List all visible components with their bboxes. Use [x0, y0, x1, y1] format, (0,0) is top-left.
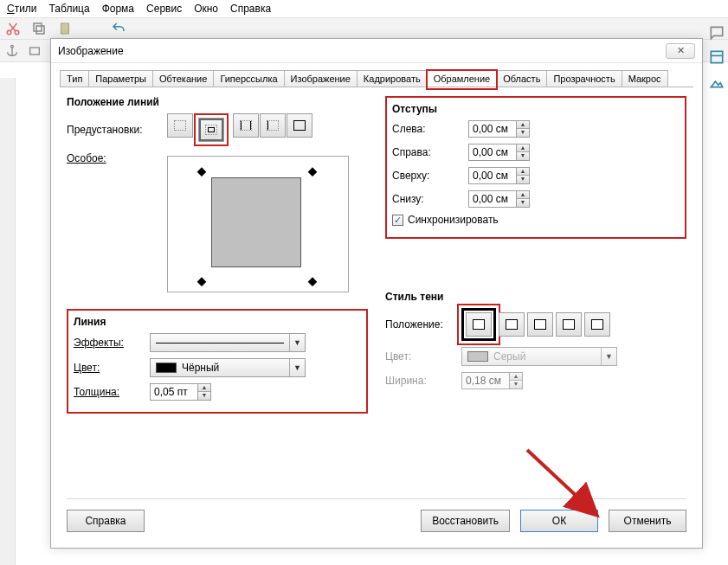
- color-label: Цвет:: [74, 362, 143, 374]
- gallery-icon[interactable]: [708, 73, 725, 90]
- checkbox-icon: ✓: [392, 215, 403, 226]
- menu-bar: Стили Таблица Форма Сервис Окно Справка: [0, 0, 728, 17]
- menu-styles[interactable]: Стили: [7, 3, 37, 15]
- shadow-br[interactable]: [499, 312, 525, 337]
- close-button[interactable]: ✕: [666, 43, 695, 59]
- shadow-bl[interactable]: [556, 312, 582, 337]
- shadow-width-input: [461, 372, 510, 389]
- svg-point-5: [11, 45, 14, 48]
- pad-top-field[interactable]: ▲▼: [468, 167, 530, 184]
- spin-down-icon[interactable]: ▼: [517, 129, 529, 137]
- tab-macro[interactable]: Макрос: [622, 70, 668, 87]
- reset-button[interactable]: Восстановить: [421, 510, 510, 532]
- line-width-field[interactable]: ▲▼: [150, 383, 211, 401]
- corner-handle-icon[interactable]: ◆: [308, 274, 317, 287]
- corner-handle-icon[interactable]: ◆: [308, 164, 317, 177]
- linepos-title: Положение линий: [67, 96, 368, 108]
- tab-wrap[interactable]: Обтекание: [152, 70, 214, 87]
- cut-icon[interactable]: [5, 21, 21, 36]
- properties-icon[interactable]: [708, 48, 725, 66]
- corner-handle-icon[interactable]: ◆: [197, 164, 206, 177]
- copy-icon[interactable]: [31, 21, 47, 36]
- line-color-select[interactable]: Чёрный ▼: [150, 358, 306, 377]
- spin-up-icon[interactable]: ▲: [517, 191, 529, 199]
- main-toolbar: [0, 17, 728, 40]
- image-flip-icon[interactable]: [28, 44, 42, 58]
- annotation-highlight: [194, 113, 229, 146]
- effects-label: Эффекты:: [74, 337, 143, 349]
- pad-left-field[interactable]: ▲▼: [468, 120, 530, 138]
- width-label: Толщина:: [74, 386, 143, 398]
- pad-right-input[interactable]: [468, 144, 517, 161]
- spin-up-icon[interactable]: ▲: [517, 121, 529, 129]
- pad-top-label: Сверху:: [392, 170, 461, 182]
- sync-checkbox[interactable]: ✓ Синхронизировать: [392, 214, 499, 226]
- spin-up-icon: ▲: [510, 373, 522, 381]
- preset-leftright[interactable]: [233, 113, 259, 138]
- dialog-button-bar: Справка Восстановить ОК Отменить: [67, 498, 686, 532]
- preset-left[interactable]: [260, 113, 286, 138]
- ok-button[interactable]: ОК: [520, 510, 598, 532]
- comment-icon[interactable]: [708, 24, 725, 42]
- shadow-tr[interactable]: [527, 312, 553, 337]
- tab-type[interactable]: Тип: [60, 70, 89, 87]
- tab-crop[interactable]: Кадрировать: [357, 70, 428, 87]
- preset-none[interactable]: [167, 113, 193, 138]
- pad-bottom-input[interactable]: [468, 190, 517, 208]
- shadow-presets: [461, 308, 610, 341]
- preset-box[interactable]: [198, 118, 224, 142]
- pad-left-input[interactable]: [468, 120, 517, 138]
- spin-up-icon[interactable]: ▲: [198, 384, 210, 392]
- spin-up-icon[interactable]: ▲: [517, 144, 529, 152]
- spin-down-icon[interactable]: ▼: [198, 392, 210, 400]
- menu-help[interactable]: Справка: [230, 3, 271, 15]
- annotation-highlight: Линия Эффекты: ▼ Цвет: Чёрный ▼: [67, 309, 368, 414]
- spin-down-icon[interactable]: ▼: [517, 152, 529, 160]
- line-title: Линия: [74, 316, 361, 328]
- spin-down-icon[interactable]: ▼: [517, 176, 529, 183]
- border-preview[interactable]: ◆ ◆ ◆ ◆: [167, 156, 349, 292]
- pad-top-input[interactable]: [468, 167, 517, 184]
- annotation-highlight: [461, 308, 496, 341]
- line-style-select[interactable]: ▼: [150, 333, 306, 352]
- svg-rect-6: [30, 48, 40, 55]
- svg-rect-3: [34, 23, 42, 31]
- pad-right-field[interactable]: ▲▼: [468, 144, 530, 161]
- tab-border[interactable]: Обрамление: [427, 70, 498, 87]
- line-width-input[interactable]: [150, 383, 198, 401]
- corner-handle-icon[interactable]: ◆: [197, 274, 206, 287]
- tab-area[interactable]: Область: [496, 70, 547, 87]
- shadow-color-label: Цвет:: [385, 350, 454, 363]
- dialog-tabs: Тип Параметры Обтекание Гиперссылка Изоб…: [51, 63, 702, 87]
- anchor-icon[interactable]: [5, 44, 19, 58]
- tab-params[interactable]: Параметры: [88, 70, 153, 87]
- svg-rect-4: [61, 23, 69, 34]
- border-presets: [167, 113, 312, 146]
- spin-down-icon[interactable]: ▼: [517, 199, 529, 207]
- tab-hyperlink[interactable]: Гиперссылка: [213, 70, 284, 87]
- pad-bottom-field[interactable]: ▲▼: [468, 190, 530, 208]
- spin-down-icon: ▼: [510, 381, 522, 388]
- shadow-tl[interactable]: [584, 312, 610, 337]
- spin-up-icon[interactable]: ▲: [517, 168, 529, 176]
- menu-table[interactable]: Таблица: [49, 3, 90, 15]
- chevron-down-icon: ▼: [289, 334, 305, 351]
- cancel-button[interactable]: Отменить: [609, 510, 686, 532]
- preview-box-inner: [211, 177, 301, 267]
- tab-image[interactable]: Изображение: [284, 70, 358, 87]
- side-panel-icons: [708, 24, 725, 90]
- help-button[interactable]: Справка: [67, 510, 145, 532]
- menu-service[interactable]: Сервис: [146, 3, 182, 15]
- menu-form[interactable]: Форма: [102, 3, 134, 15]
- shadow-width-label: Ширина:: [385, 375, 454, 387]
- paste-icon[interactable]: [57, 21, 73, 36]
- preset-full[interactable]: [287, 113, 312, 138]
- shadow-width-field: ▲▼: [461, 372, 523, 389]
- pad-right-label: Справа:: [392, 146, 461, 158]
- tab-transparency[interactable]: Прозрачность: [546, 70, 622, 87]
- shadow-none[interactable]: [466, 312, 492, 337]
- presets-label: Предустановки:: [67, 124, 160, 136]
- menu-window[interactable]: Окно: [194, 3, 218, 15]
- undo-icon[interactable]: [111, 21, 126, 36]
- shadow-pos-label: Положение:: [385, 318, 454, 331]
